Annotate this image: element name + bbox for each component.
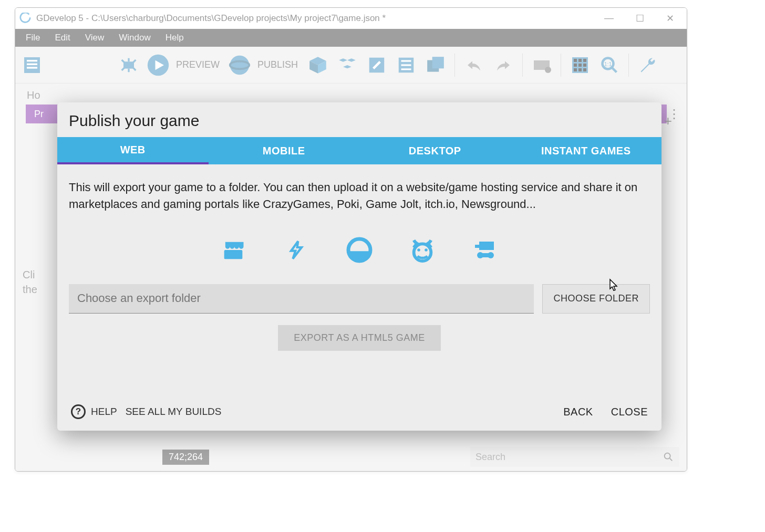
publish-globe-icon[interactable]: [227, 53, 252, 78]
folder-row: CHOOSE FOLDER: [69, 284, 650, 314]
wrench-icon[interactable]: [635, 53, 660, 78]
debug-icon[interactable]: [116, 53, 141, 78]
svg-marker-12: [339, 58, 347, 61]
help-label: HELP: [91, 406, 117, 418]
tab-bar: Ho: [15, 84, 687, 105]
redo-icon[interactable]: [491, 53, 516, 78]
publish-modal: Publish your game WEB MOBILE DESKTOP INS…: [57, 102, 661, 431]
titlebar: GDevelop 5 - C:\Users\charburg\Documents…: [15, 8, 687, 29]
menu-edit[interactable]: Edit: [47, 30, 77, 45]
menu-file[interactable]: File: [18, 30, 47, 45]
svg-rect-19: [401, 68, 411, 70]
grid-icon[interactable]: [567, 53, 593, 78]
undo-icon[interactable]: [461, 53, 487, 78]
add-tab-icon[interactable]: +: [664, 113, 672, 129]
cube-icon[interactable]: [305, 53, 330, 78]
hint-text: Cli the: [23, 267, 56, 297]
modal-tabs: WEB MOBILE DESKTOP INSTANT GAMES: [57, 137, 661, 164]
toolbar: PREVIEW PUBLISH 1:1: [15, 47, 687, 84]
svg-point-31: [417, 248, 420, 252]
svg-point-7: [230, 55, 250, 75]
crazygames-icon: [406, 235, 439, 265]
application-window: GDevelop 5 - C:\Users\charburg\Documents…: [15, 7, 687, 472]
help-icon: ?: [71, 404, 86, 419]
preview-play-icon[interactable]: [146, 53, 171, 78]
see-builds-link[interactable]: SEE ALL MY BUILDS: [126, 406, 222, 418]
svg-point-32: [425, 248, 428, 252]
film-icon[interactable]: [529, 53, 554, 78]
modal-footer: ? HELP SEE ALL MY BUILDS BACK CLOSE: [57, 397, 661, 431]
svg-rect-17: [401, 60, 411, 61]
modal-body: This will export your game to a folder. …: [57, 164, 661, 397]
svg-rect-3: [27, 67, 37, 68]
tab-desktop[interactable]: DESKTOP: [359, 137, 511, 164]
modal-title: Publish your game: [57, 102, 661, 137]
edit-icon[interactable]: [364, 53, 389, 78]
svg-rect-33: [479, 242, 494, 250]
svg-rect-37: [480, 253, 491, 257]
minimize-button[interactable]: —: [604, 13, 614, 24]
tab-instant-games[interactable]: INSTANT GAMES: [511, 137, 662, 164]
gamejolt-icon: [280, 235, 313, 265]
platform-icons: [69, 235, 650, 265]
back-button[interactable]: BACK: [563, 406, 593, 418]
list-icon[interactable]: [394, 53, 419, 78]
tab-project-label: Pr: [34, 109, 44, 120]
close-button[interactable]: CLOSE: [611, 406, 648, 418]
menu-help[interactable]: Help: [158, 30, 191, 45]
tab-project[interactable]: Pr: [26, 105, 52, 123]
export-folder-input[interactable]: [69, 284, 534, 314]
tab-web[interactable]: WEB: [57, 137, 209, 164]
help-link[interactable]: ? HELP: [71, 404, 117, 419]
tab-mobile[interactable]: MOBILE: [209, 137, 360, 164]
cubes-icon[interactable]: [335, 53, 360, 78]
search-input[interactable]: [475, 452, 663, 463]
publish-label: PUBLISH: [257, 59, 298, 70]
maximize-button[interactable]: ☐: [636, 13, 644, 24]
svg-marker-13: [347, 58, 356, 61]
svg-text:1:1: 1:1: [604, 60, 612, 67]
svg-point-26: [665, 453, 670, 459]
zoom-reset-icon[interactable]: 1:1: [597, 53, 622, 78]
poki-icon: [343, 235, 376, 265]
newgrounds-icon: [469, 235, 502, 265]
itch-icon: [217, 235, 250, 265]
search-wrap: [470, 447, 679, 467]
svg-point-23: [545, 67, 551, 73]
svg-rect-2: [27, 63, 37, 65]
app-icon: [18, 12, 32, 25]
search-icon[interactable]: [663, 451, 674, 463]
svg-rect-1: [27, 60, 37, 61]
export-button[interactable]: EXPORT AS A HTML5 GAME: [278, 325, 440, 351]
tab-home[interactable]: Ho: [20, 86, 47, 105]
preview-label: PREVIEW: [176, 59, 220, 70]
window-controls: — ☐ ✕: [604, 13, 684, 24]
layers-icon[interactable]: [423, 53, 448, 78]
svg-rect-34: [475, 245, 481, 248]
svg-rect-21: [432, 57, 444, 68]
menu-view[interactable]: View: [78, 30, 112, 45]
project-icon[interactable]: [19, 53, 45, 78]
choose-folder-button[interactable]: CHOOSE FOLDER: [542, 284, 650, 314]
coordinates-badge: 742;264: [162, 450, 209, 465]
close-window-button[interactable]: ✕: [666, 13, 674, 24]
svg-marker-14: [343, 65, 352, 68]
export-description: This will export your game to a folder. …: [69, 179, 650, 213]
svg-marker-28: [291, 241, 302, 258]
svg-rect-18: [401, 64, 411, 66]
window-title: GDevelop 5 - C:\Users\charburg\Documents…: [36, 13, 386, 24]
menubar: File Edit View Window Help: [15, 29, 687, 47]
svg-rect-27: [224, 250, 243, 259]
menu-window[interactable]: Window: [111, 30, 158, 45]
